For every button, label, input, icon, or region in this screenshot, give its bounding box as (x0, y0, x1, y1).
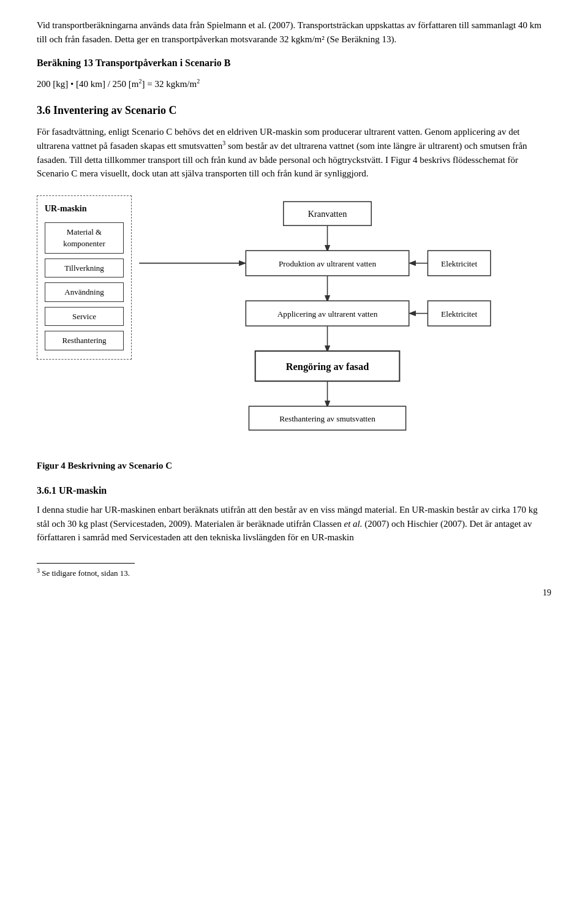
sub-heading-ur-maskin: 3.6.1 UR-maskin (37, 483, 551, 498)
item-anvandning: Användning (45, 282, 124, 302)
left-lifecycle-box: UR-maskin Material & komponenter Tillver… (37, 195, 132, 360)
fig-caption: Figur 4 Beskrivning av Scenario C (37, 459, 551, 473)
rengoring-label: Rengöring av fasad (286, 360, 369, 372)
item-service: Service (45, 307, 124, 327)
footnote: 3 Se tidigare fotnot, sidan 13. (37, 566, 551, 579)
section-heading: 3.6 Inventering av Scenario C (37, 102, 551, 119)
applicering-label: Applicering av ultrarent vatten (277, 309, 378, 318)
berakning-heading: Beräkning 13 Transportpåverkan i Scenari… (37, 56, 551, 70)
item-resthantering: Resthantering (45, 331, 124, 350)
item-material: Material & komponenter (45, 222, 124, 254)
footnote-marker: 3 (37, 567, 40, 574)
produktion-label: Produktion av ultrarent vatten (279, 259, 377, 268)
footnote-text-content: Se tidigare fotnot, sidan 13. (42, 568, 130, 578)
elektricitet2-label: Elektricitet (441, 309, 477, 318)
footnote-divider (37, 563, 135, 564)
intro-para1: Vid transportberäkningarna används data … (37, 18, 551, 46)
elektricitet1-label: Elektricitet (441, 259, 477, 268)
intro-para3: I denna studie har UR-maskinen enbart be… (37, 503, 551, 545)
flow-diagram: Kranvatten Produktion av ultrarent vatte… (132, 195, 548, 453)
intro-para2: För fasadtvättning, enligt Scenario C be… (37, 125, 551, 181)
page-number: 19 (37, 586, 551, 599)
ur-maskin-label: UR-maskin (45, 202, 124, 215)
item-tillverkning: Tillverkning (45, 259, 124, 278)
formula: 200 [kg] • [40 km] / 250 [m2] = 32 kgkm/… (37, 77, 551, 91)
diagram-area: UR-maskin Material & komponenter Tillver… (37, 195, 551, 453)
kranvatten-label: Kranvatten (308, 208, 347, 218)
resthantering-label: Resthantering av smutsvatten (279, 413, 375, 423)
